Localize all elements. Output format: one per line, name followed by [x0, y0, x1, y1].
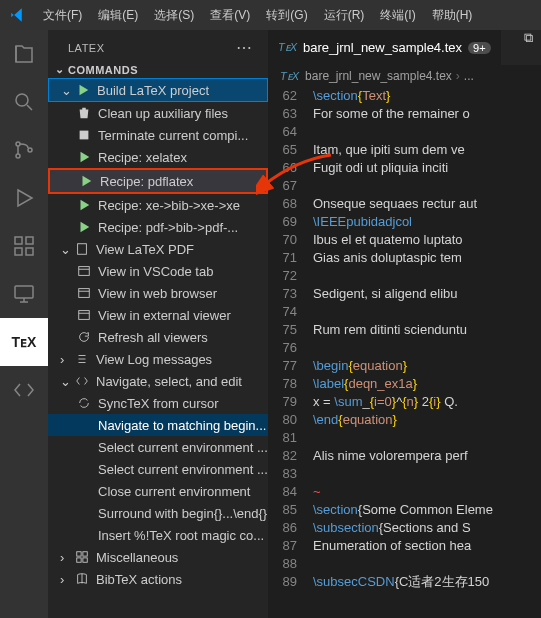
search-icon[interactable]: [0, 78, 48, 126]
tree-item[interactable]: View in VSCode tab: [48, 260, 268, 282]
tree-item[interactable]: Close current environment: [48, 480, 268, 502]
tree-item[interactable]: Select current environment ...: [48, 436, 268, 458]
tree-item-label: Build LaTeX project: [97, 83, 209, 98]
tags-icon[interactable]: [0, 366, 48, 414]
misc-icon: [74, 549, 90, 565]
svg-rect-14: [77, 552, 81, 556]
tree-item-label: Terminate current compi...: [98, 128, 248, 143]
stop-icon: [76, 127, 92, 143]
tree-item-label: Select current environment ...: [98, 462, 268, 477]
svg-rect-9: [80, 131, 89, 140]
tree-item-label: Recipe: xe->bib->xe->xe: [98, 198, 240, 213]
window-icon: [76, 307, 92, 323]
blank-icon: [76, 527, 92, 543]
tree-item-label: View in VSCode tab: [98, 264, 213, 279]
tree-item-label: View in web browser: [98, 286, 217, 301]
menu-item[interactable]: 终端(I): [372, 7, 423, 24]
more-actions-icon[interactable]: ⋯: [236, 38, 253, 57]
tree-item-label: Miscellaneous: [96, 550, 178, 565]
vscode-logo: [0, 6, 35, 24]
tree-item-label: Close current environment: [98, 484, 250, 499]
tree-item[interactable]: Recipe: pdflatex: [48, 168, 268, 194]
tree-item[interactable]: Navigate to matching begin...: [48, 414, 268, 436]
tree-item[interactable]: Select current environment ...: [48, 458, 268, 480]
chevron-down-icon: ⌄: [61, 83, 73, 98]
chevron-right-icon: ›: [60, 550, 72, 565]
svg-point-3: [28, 148, 32, 152]
run-debug-icon[interactable]: [0, 174, 48, 222]
explorer-icon[interactable]: [0, 30, 48, 78]
play-icon: [75, 82, 91, 98]
editor-tabs: TᴇX bare_jrnl_new_sample4.tex 9+ ⧉: [268, 30, 541, 65]
latex-workshop-icon[interactable]: TᴇX: [0, 318, 48, 366]
svg-point-1: [16, 142, 20, 146]
window-icon: [76, 285, 92, 301]
menubar: 文件(F)编辑(E)选择(S)查看(V)转到(G)运行(R)终端(I)帮助(H): [0, 0, 541, 30]
svg-rect-6: [26, 248, 33, 255]
tree-item[interactable]: ⌄View LaTeX PDF: [48, 238, 268, 260]
tree-item-label: Recipe: pdf->bib->pdf-...: [98, 220, 238, 235]
tree-item[interactable]: ⌄Build LaTeX project: [48, 78, 268, 102]
tree-item[interactable]: Clean up auxiliary files: [48, 102, 268, 124]
svg-rect-13: [79, 311, 90, 320]
tree-item[interactable]: Refresh all viewers: [48, 326, 268, 348]
chevron-down-icon: ⌄: [52, 63, 68, 76]
tree-item[interactable]: SyncTeX from cursor: [48, 392, 268, 414]
editor-area: TᴇX bare_jrnl_new_sample4.tex 9+ ⧉ TᴇX b…: [268, 30, 541, 618]
tree-item-label: Refresh all viewers: [98, 330, 208, 345]
menu-item[interactable]: 查看(V): [202, 7, 258, 24]
breadcrumb[interactable]: TᴇX bare_jrnl_new_sample4.tex › ...: [268, 65, 541, 87]
tree-item-label: Select current environment ...: [98, 440, 268, 455]
menu-item[interactable]: 帮助(H): [424, 7, 481, 24]
tree-item[interactable]: ⌄Navigate, select, and edit: [48, 370, 268, 392]
play-icon: [76, 197, 92, 213]
tree-item[interactable]: ›BibTeX actions: [48, 568, 268, 590]
sync-icon: [76, 395, 92, 411]
menu-item[interactable]: 转到(G): [258, 7, 315, 24]
section-commands[interactable]: ⌄ COMMANDS: [48, 61, 268, 78]
extensions-icon[interactable]: [0, 222, 48, 270]
tree-item[interactable]: Insert %!TeX root magic co...: [48, 524, 268, 546]
chevron-right-icon: ›: [60, 352, 72, 367]
remote-icon[interactable]: [0, 270, 48, 318]
menu-item[interactable]: 选择(S): [146, 7, 202, 24]
chevron-right-icon: ›: [456, 69, 460, 83]
tree-item[interactable]: Terminate current compi...: [48, 124, 268, 146]
tab-tex[interactable]: TᴇX bare_jrnl_new_sample4.tex 9+: [268, 30, 502, 65]
svg-rect-17: [83, 558, 87, 562]
svg-rect-12: [79, 289, 90, 298]
menu-item[interactable]: 编辑(E): [90, 7, 146, 24]
tree-item-label: Recipe: pdflatex: [100, 174, 193, 189]
svg-rect-16: [77, 558, 81, 562]
tree-item-label: View in external viewer: [98, 308, 231, 323]
source-control-icon[interactable]: [0, 126, 48, 174]
tree-item[interactable]: ›View Log messages: [48, 348, 268, 370]
chevron-down-icon: ⌄: [60, 374, 72, 389]
tree-item-label: SyncTeX from cursor: [98, 396, 219, 411]
tree-item-label: Navigate, select, and edit: [96, 374, 242, 389]
tree-item[interactable]: View in web browser: [48, 282, 268, 304]
compare-icon[interactable]: ⧉: [524, 30, 533, 65]
tree-item[interactable]: Recipe: pdf->bib->pdf-...: [48, 216, 268, 238]
blank-icon: [76, 483, 92, 499]
blank-icon: [76, 417, 92, 433]
tree-item[interactable]: Surround with begin{}...\end{}: [48, 502, 268, 524]
chevron-down-icon: ⌄: [60, 242, 72, 257]
svg-rect-7: [26, 237, 33, 244]
code-area[interactable]: 6263646566676869707172737475767778798081…: [268, 87, 541, 618]
tree-item[interactable]: View in external viewer: [48, 304, 268, 326]
svg-rect-4: [15, 237, 22, 244]
window-icon: [76, 263, 92, 279]
tree-item[interactable]: Recipe: xelatex: [48, 146, 268, 168]
tree-item[interactable]: Recipe: xe->bib->xe->xe: [48, 194, 268, 216]
svg-rect-8: [15, 286, 33, 298]
problems-badge: 9+: [468, 42, 491, 54]
tree-item[interactable]: ›Miscellaneous: [48, 546, 268, 568]
menu-item[interactable]: 文件(F): [35, 7, 90, 24]
tex-file-icon: TᴇX: [278, 41, 297, 54]
menu-item[interactable]: 运行(R): [316, 7, 373, 24]
tree-item-label: Recipe: xelatex: [98, 150, 187, 165]
play-icon: [76, 149, 92, 165]
tree-item-label: Clean up auxiliary files: [98, 106, 228, 121]
tex-file-icon: TᴇX: [280, 70, 299, 83]
